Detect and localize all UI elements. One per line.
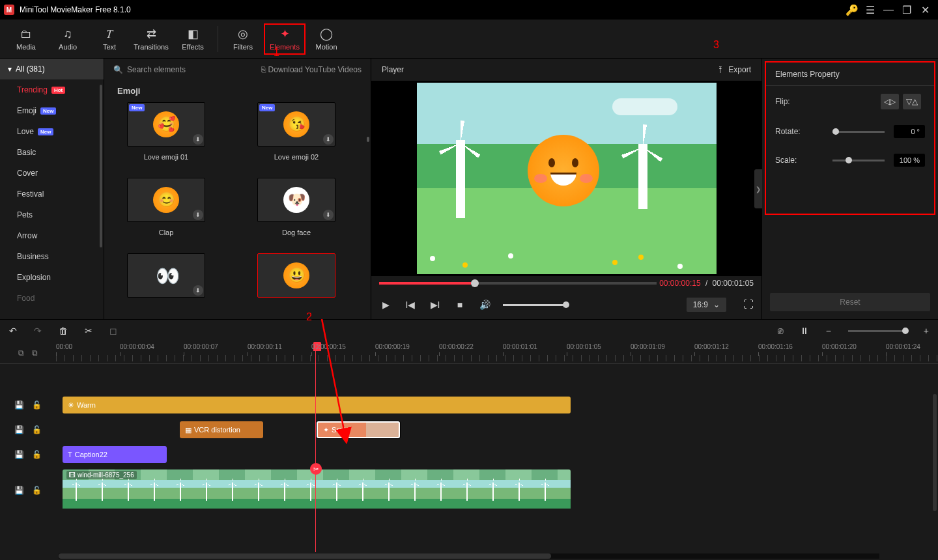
- category-explosion[interactable]: Explosion: [0, 267, 104, 288]
- clip-warm[interactable]: ☀Warm: [63, 397, 571, 413]
- menu-icon[interactable]: ☰: [861, 1, 879, 19]
- tab-elements[interactable]: ✦Elements: [264, 23, 306, 55]
- tab-transitions[interactable]: ⇄Transitions: [130, 23, 172, 55]
- element-tile[interactable]: 😊⬇ Clap: [117, 178, 215, 239]
- panel-collapse[interactable]: ❯: [754, 169, 762, 208]
- maximize-icon[interactable]: ❐: [898, 1, 916, 19]
- batch-icon[interactable]: ⧉: [18, 348, 24, 357]
- playhead[interactable]: ✂: [315, 342, 316, 552]
- download-icon[interactable]: ⬇: [193, 134, 203, 145]
- category-food[interactable]: Food: [0, 288, 104, 309]
- category-basic[interactable]: Basic: [0, 142, 104, 163]
- timeline-vscrollbar[interactable]: [933, 394, 937, 511]
- download-icon[interactable]: ⬇: [323, 134, 334, 145]
- play-button[interactable]: ▶: [379, 300, 392, 310]
- category-pets[interactable]: Pets: [0, 204, 104, 225]
- rotate-slider[interactable]: [832, 131, 885, 133]
- license-key-icon[interactable]: 🔑: [843, 1, 861, 19]
- category-scrollbar[interactable]: [100, 85, 102, 247]
- batch2-icon[interactable]: ⧉: [32, 348, 38, 357]
- volume-icon[interactable]: 🔊: [478, 300, 491, 310]
- lock-icon[interactable]: 🔓: [32, 450, 42, 459]
- scale-value[interactable]: 100 %: [894, 154, 925, 167]
- player-preview[interactable]: [371, 81, 761, 276]
- element-tile-selected[interactable]: 😃: [248, 253, 345, 307]
- snap-button[interactable]: ⏸: [800, 326, 809, 336]
- transitions-icon: ⇄: [147, 27, 156, 40]
- ruler-tick: 00:00:00:15: [311, 343, 346, 350]
- category-emoji[interactable]: EmojiNew: [0, 100, 104, 121]
- lock-icon[interactable]: 🔓: [32, 400, 42, 410]
- save-icon[interactable]: 💾: [14, 486, 24, 495]
- undo-button[interactable]: ↶: [9, 326, 17, 336]
- ruler-tick: 00:00:01:05: [567, 343, 601, 350]
- clip-vcr[interactable]: ▦VCR distortion: [180, 421, 263, 438]
- player-title: Player: [382, 65, 404, 74]
- category-arrow[interactable]: Arrow: [0, 225, 104, 246]
- flip-vertical-button[interactable]: ▽△: [903, 94, 921, 109]
- category-love[interactable]: LoveNew: [0, 121, 104, 142]
- ruler-tick: 00:00:01:01: [503, 343, 537, 350]
- redo-button[interactable]: ↷: [34, 326, 42, 336]
- aspect-select[interactable]: 16:9⌄: [687, 298, 726, 312]
- cut-icon[interactable]: ✂: [310, 463, 322, 475]
- lock-icon[interactable]: 🔓: [32, 486, 42, 495]
- category-all[interactable]: ▾All (381): [0, 59, 104, 79]
- delete-button[interactable]: 🗑: [59, 326, 68, 336]
- export-button[interactable]: ⭱Export: [717, 65, 751, 74]
- next-frame-button[interactable]: ▶I: [429, 300, 442, 310]
- fullscreen-button[interactable]: ⛶: [743, 299, 754, 311]
- download-icon[interactable]: ⬇: [193, 210, 203, 220]
- category-festival[interactable]: Festival: [0, 184, 104, 204]
- seek-bar[interactable]: [379, 282, 657, 285]
- app-logo: M: [4, 5, 14, 15]
- zoom-slider[interactable]: [848, 330, 907, 332]
- rotate-value[interactable]: 0 °: [894, 125, 925, 138]
- close-icon[interactable]: ✕: [916, 1, 934, 19]
- element-tile[interactable]: 👀⬇: [117, 253, 215, 307]
- stop-button[interactable]: ■: [453, 300, 466, 310]
- save-icon[interactable]: 💾: [14, 450, 24, 459]
- download-icon: ⎘: [261, 65, 266, 74]
- download-icon[interactable]: ⬇: [193, 285, 203, 296]
- tab-text[interactable]: 𝑇Text: [89, 23, 130, 55]
- text-icon: T: [68, 451, 72, 458]
- save-icon[interactable]: 💾: [14, 400, 24, 410]
- clip-video[interactable]: 🎞wind-mill-6875_256: [63, 469, 571, 509]
- emoji-element[interactable]: [528, 135, 599, 206]
- crop-button[interactable]: ◻: [109, 326, 117, 336]
- reset-button[interactable]: Reset: [770, 293, 930, 311]
- tab-audio[interactable]: ♫Audio: [47, 23, 89, 55]
- clip-caption[interactable]: TCaption22: [63, 446, 167, 463]
- category-business[interactable]: Business: [0, 246, 104, 267]
- time-ruler[interactable]: 00:0000:00:00:0400:00:00:0700:00:00:1100…: [56, 342, 938, 363]
- category-trending[interactable]: TrendingHot: [0, 79, 104, 100]
- category-cover[interactable]: Cover: [0, 163, 104, 184]
- minimize-icon[interactable]: —: [879, 1, 898, 19]
- zoom-in-button[interactable]: +: [924, 326, 929, 336]
- element-tile[interactable]: New🥰⬇ Love emoji 01: [117, 102, 215, 163]
- zoom-out-button[interactable]: −: [826, 326, 831, 336]
- save-icon[interactable]: 💾: [14, 425, 24, 434]
- tab-effects[interactable]: ◧Effects: [172, 23, 214, 55]
- fit-button[interactable]: ⎚: [778, 326, 783, 336]
- tab-filters[interactable]: ◎Filters: [222, 23, 264, 55]
- prev-frame-button[interactable]: I◀: [404, 300, 417, 310]
- download-icon[interactable]: ⬇: [323, 210, 334, 220]
- flip-horizontal-button[interactable]: ◁▷: [881, 94, 899, 109]
- timeline: ↶ ↷ 🗑 ✂ ◻ ⎚ ⏸ − + ⧉⧉ 00:0000:00:00:0400:…: [0, 319, 938, 560]
- element-tile[interactable]: New😘⬇ Love emoji 02: [248, 102, 345, 163]
- tab-motion[interactable]: ◯Motion: [306, 23, 347, 55]
- search-elements[interactable]: 🔍Search elements: [113, 65, 261, 74]
- tab-media[interactable]: 🗀Media: [5, 23, 47, 55]
- split-button[interactable]: ✂: [85, 326, 92, 336]
- clip-smile[interactable]: ✦Smile: [317, 421, 400, 438]
- element-tile[interactable]: 🐶⬇ Dog face: [248, 178, 345, 239]
- elements-scrollbar[interactable]: [367, 137, 369, 142]
- lock-icon[interactable]: 🔓: [32, 425, 42, 434]
- download-youtube[interactable]: ⎘Download YouTube Videos: [261, 65, 362, 74]
- volume-slider[interactable]: [503, 304, 568, 306]
- timeline-scrollbar[interactable]: [59, 553, 879, 559]
- scale-slider[interactable]: [832, 160, 885, 161]
- text-icon: 𝑇: [106, 27, 113, 40]
